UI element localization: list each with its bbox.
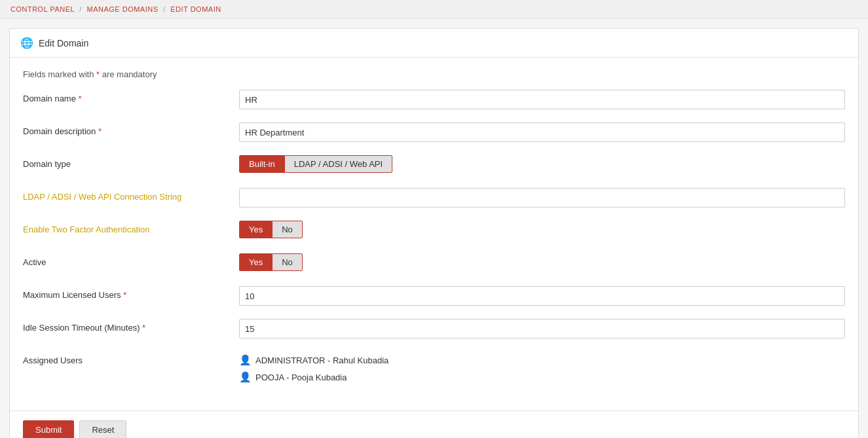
domain-name-wrap [239,90,845,109]
domain-description-row: Domain description * [23,122,845,143]
ldap-connection-wrap [239,188,845,208]
domain-description-label: Domain description * [23,122,239,136]
breadcrumb-sep-2: / [163,5,166,13]
mandatory-note: Fields marked with * are mandatory [23,69,845,79]
active-label: Active [23,253,239,267]
domain-type-label: Domain type [23,155,239,169]
globe-icon: 🌐 [20,37,33,49]
card-footer: Submit Reset [10,411,858,438]
max-licensed-users-asterisk: * [123,290,126,300]
idle-session-timeout-input[interactable] [239,319,845,338]
domain-name-input[interactable] [239,90,845,109]
active-no-button[interactable]: No [273,253,303,271]
domain-description-input[interactable] [239,122,845,142]
idle-session-timeout-row: Idle Session Timeout (Minutes) * [23,319,845,340]
two-factor-label: Enable Two Factor Authentication [23,221,239,234]
breadcrumb-sep-1: / [79,5,82,13]
user-icon-1: 👤 [239,354,252,366]
user-label-2: POOJA - Pooja Kubadia [255,373,347,382]
active-wrap: Yes No [239,253,845,271]
ldap-connection-input[interactable] [239,188,845,208]
user-icon-2: 👤 [239,371,252,383]
mandatory-asterisk: * [96,69,102,79]
domain-type-builtin-button[interactable]: Built-in [239,155,285,173]
domain-name-row: Domain name * [23,90,845,111]
max-licensed-users-wrap [239,286,845,306]
assigned-users-label: Assigned Users [23,352,239,365]
domain-type-wrap: Built-in LDAP / ADSI / Web API [239,155,845,173]
mandatory-suffix: are mandatory [102,69,157,79]
assigned-users-list: 👤 ADMINISTRATOR - Rahul Kubadia 👤 POOJA … [239,352,845,383]
max-licensed-users-row: Maximum Licensed Users * [23,286,845,307]
domain-name-label: Domain name * [23,90,239,103]
domain-description-asterisk: * [98,126,102,136]
mandatory-prefix: Fields marked with [23,69,94,79]
two-factor-no-button[interactable]: No [273,221,303,238]
card-header: 🌐 Edit Domain [10,29,858,58]
active-row: Active Yes No [23,253,845,274]
active-yes-button[interactable]: Yes [239,253,273,271]
assigned-users-wrap: 👤 ADMINISTRATOR - Rahul Kubadia 👤 POOJA … [239,352,845,383]
max-licensed-users-label: Maximum Licensed Users * [23,286,239,300]
two-factor-wrap: Yes No [239,221,845,238]
max-licensed-users-input[interactable] [239,286,845,306]
breadcrumb-item-3: EDIT DOMAIN [170,5,221,13]
card-title: Edit Domain [39,38,88,48]
two-factor-row: Enable Two Factor Authentication Yes No [23,221,845,242]
user-item-1: 👤 ADMINISTRATOR - Rahul Kubadia [239,354,845,366]
active-group: Yes No [239,253,845,271]
domain-type-row: Domain type Built-in LDAP / ADSI / Web A… [23,155,845,176]
breadcrumb-item-1[interactable]: CONTROL PANEL [10,5,75,13]
card-body: Fields marked with * are mandatory Domai… [10,58,858,411]
two-factor-yes-button[interactable]: Yes [239,221,273,238]
domain-description-wrap [239,122,845,142]
submit-button[interactable]: Submit [23,420,74,438]
idle-session-timeout-label: Idle Session Timeout (Minutes) * [23,319,239,333]
idle-session-timeout-asterisk: * [142,323,145,333]
edit-domain-card: 🌐 Edit Domain Fields marked with * are m… [9,28,859,438]
domain-type-ldap-button[interactable]: LDAP / ADSI / Web API [285,155,392,173]
user-item-2: 👤 POOJA - Pooja Kubadia [239,371,845,383]
breadcrumb: CONTROL PANEL / MANAGE DOMAINS / EDIT DO… [0,0,868,19]
domain-type-group: Built-in LDAP / ADSI / Web API [239,155,845,173]
reset-button[interactable]: Reset [79,420,126,438]
ldap-connection-row: LDAP / ADSI / Web API Connection String [23,188,845,209]
assigned-users-row: Assigned Users 👤 ADMINISTRATOR - Rahul K… [23,352,845,383]
idle-session-timeout-wrap [239,319,845,338]
two-factor-group: Yes No [239,221,845,238]
user-label-1: ADMINISTRATOR - Rahul Kubadia [255,356,388,365]
domain-name-asterisk: * [79,94,82,103]
ldap-connection-label: LDAP / ADSI / Web API Connection String [23,188,239,202]
breadcrumb-item-2[interactable]: MANAGE DOMAINS [86,5,158,13]
